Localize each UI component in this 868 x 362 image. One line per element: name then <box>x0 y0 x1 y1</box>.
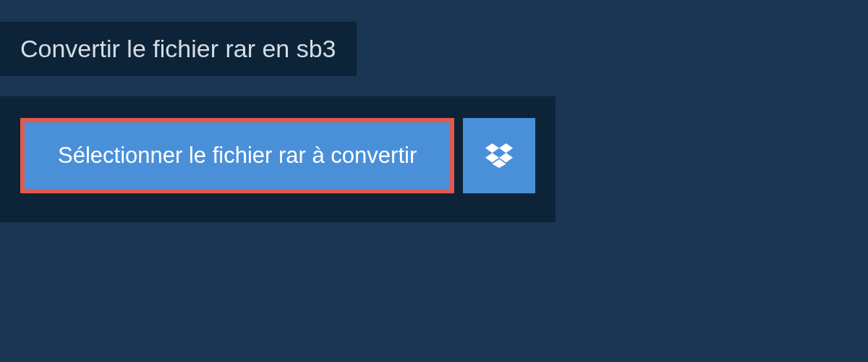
dropbox-button[interactable] <box>463 118 535 193</box>
select-file-label: Sélectionner le fichier rar à convertir <box>58 143 417 169</box>
page-title: Convertir le fichier rar en sb3 <box>20 35 336 63</box>
select-file-button[interactable]: Sélectionner le fichier rar à convertir <box>20 118 454 193</box>
header-bar: Convertir le fichier rar en sb3 <box>0 22 357 76</box>
dropbox-icon <box>485 143 513 169</box>
upload-panel: Sélectionner le fichier rar à convertir <box>0 96 556 222</box>
